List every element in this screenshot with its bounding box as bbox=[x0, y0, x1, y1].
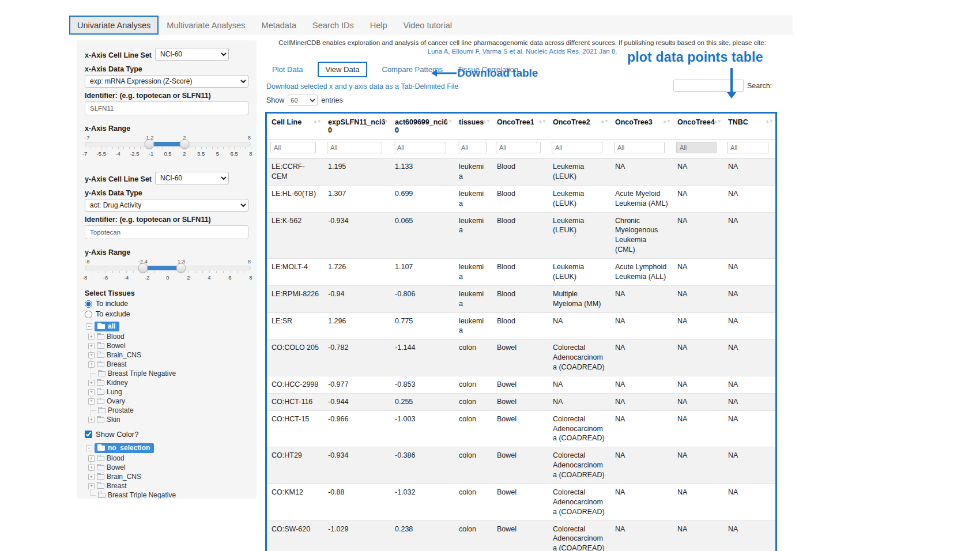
tree-root-all[interactable]: all bbox=[95, 322, 119, 331]
x-axis-identifier-input[interactable] bbox=[85, 101, 248, 115]
tissue-to-exclude-radio[interactable] bbox=[85, 311, 92, 318]
tissue-to-include-radio[interactable] bbox=[85, 300, 92, 308]
tree-expand-icon[interactable]: + bbox=[88, 361, 95, 368]
nav-item-search-ids[interactable]: Search IDs bbox=[304, 16, 362, 35]
filter-input-oncotree2[interactable] bbox=[552, 142, 602, 153]
filter-input-oncotree3[interactable] bbox=[614, 142, 665, 153]
tree-item-breast[interactable]: +Breast bbox=[93, 481, 248, 490]
tab-view-data[interactable]: View Data bbox=[318, 62, 367, 77]
tree-item-brain_cns[interactable]: +Brain_CNS bbox=[93, 472, 248, 481]
sort-icon[interactable]: ▲▼ bbox=[380, 119, 388, 124]
y-axis-identifier-input[interactable] bbox=[85, 225, 248, 239]
sort-icon[interactable]: ▲▼ bbox=[538, 119, 546, 124]
column-header-tnbc[interactable]: TNBC▲▼ bbox=[723, 114, 775, 139]
tree-item-breast-triple-negative[interactable]: Breast Triple Negative bbox=[93, 369, 248, 378]
tree-item-kidney[interactable]: +Kidney bbox=[93, 378, 248, 387]
column-header-act609699_nci60[interactable]: act609699_nci60▲▼ bbox=[390, 114, 454, 139]
filter-input-act609699_nci60[interactable] bbox=[394, 142, 446, 153]
x-axis-range-value-label: 8 bbox=[248, 134, 251, 141]
tree-expand-icon[interactable]: + bbox=[88, 380, 95, 386]
filter-input-oncotree4[interactable] bbox=[676, 142, 717, 153]
x-axis-cell-line-set-select[interactable]: NCI-60 bbox=[155, 48, 229, 61]
tree-expand-icon[interactable]: + bbox=[88, 417, 95, 423]
show-color-checkbox[interactable] bbox=[85, 431, 92, 438]
column-header-tissues[interactable]: tissues▲▼ bbox=[454, 114, 492, 139]
tree-expand-icon[interactable]: + bbox=[88, 483, 95, 489]
tree-root-no_selection[interactable]: no_selection bbox=[95, 443, 154, 453]
tree-item-skin[interactable]: +Skin bbox=[93, 415, 248, 424]
column-header-oncotree2[interactable]: OncoTree2▲▼ bbox=[548, 114, 610, 139]
tree-item-brain_cns[interactable]: +Brain_CNS bbox=[93, 350, 248, 360]
tree-expand-icon[interactable]: + bbox=[88, 455, 95, 462]
tab-plot-data[interactable]: Plot Data bbox=[272, 65, 303, 74]
sort-icon[interactable]: ▲▼ bbox=[313, 119, 321, 124]
y-axis-data-type-select[interactable]: act: Drug Activity bbox=[85, 199, 248, 212]
table-row[interactable]: CO:COLO 205-0.782-1.144colonBowelColorec… bbox=[267, 339, 775, 376]
nav-item-help[interactable]: Help bbox=[362, 16, 395, 35]
tree-item-ovary[interactable]: +Ovary bbox=[93, 397, 248, 406]
filter-input-expslfn11_nci60[interactable] bbox=[327, 142, 382, 153]
tree-expand-icon[interactable]: + bbox=[88, 474, 95, 480]
filter-input-oncotree1[interactable] bbox=[496, 142, 541, 153]
table-row[interactable]: CO:SW-620-1.0290.238colonBowelColorectal… bbox=[267, 520, 775, 551]
table-row[interactable]: LE:HL-60(TB)1.3070.699leukemiaBloodLeuke… bbox=[267, 185, 775, 212]
y-axis-tick-label: 2 bbox=[187, 274, 190, 281]
column-header-oncotree4[interactable]: OncoTree4▲▼ bbox=[673, 114, 723, 139]
y-axis-range-slider[interactable]: -8-2.41.38-8-6-4-202468 bbox=[85, 258, 251, 281]
cell-oncotree3: NA bbox=[610, 410, 673, 447]
table-row[interactable]: LE:SR1.2960.775leukemiaBloodNANANANA bbox=[267, 312, 775, 339]
table-row[interactable]: CO:HCC-2998-0.977-0.853colonBowelNANANAN… bbox=[267, 376, 775, 393]
sort-icon[interactable]: ▲▼ bbox=[600, 119, 608, 124]
column-header-oncotree1[interactable]: OncoTree1▲▼ bbox=[492, 114, 548, 139]
sort-icon[interactable]: ▲▼ bbox=[662, 119, 670, 124]
nav-item-multivariate-analyses[interactable]: Multivariate Analyses bbox=[159, 16, 253, 35]
tree-item-blood[interactable]: +Blood bbox=[93, 454, 248, 463]
tree-expand-icon[interactable]: + bbox=[88, 343, 95, 349]
filter-input-cell line[interactable] bbox=[270, 142, 316, 153]
entries-select[interactable]: 60 bbox=[288, 95, 318, 106]
x-axis-range-slider[interactable]: -7-1.228-7-5.5-4-2.5-10.523.556.58 bbox=[85, 134, 251, 157]
filter-input-tnbc[interactable] bbox=[727, 142, 768, 153]
tree-item-blood[interactable]: +Blood bbox=[93, 332, 248, 341]
cell-oncotree2: Colorectal Adenocarcinoma (COADREAD) bbox=[548, 520, 610, 551]
column-header-oncotree3[interactable]: OncoTree3▲▼ bbox=[610, 114, 673, 139]
cell-oncotree3: Acute Lymphoid Leukemia (ALL) bbox=[610, 259, 673, 286]
tree-item-breast-triple-negative[interactable]: Breast Triple Negative bbox=[93, 490, 248, 499]
sort-icon[interactable]: ▲▼ bbox=[765, 119, 773, 124]
x-axis-slider-track[interactable] bbox=[85, 142, 251, 146]
table-row[interactable]: LE:CCRF-CEM1.1951.133leukemiaBloodLeukem… bbox=[267, 158, 775, 186]
tree-collapse-icon[interactable]: − bbox=[86, 445, 92, 451]
sort-icon[interactable]: ▲▼ bbox=[713, 119, 721, 124]
x-axis-data-type-select[interactable]: exp: mRNA Expression (Z-Score) bbox=[85, 75, 248, 88]
tree-item-breast[interactable]: +Breast bbox=[93, 360, 248, 369]
filter-input-tissues[interactable] bbox=[458, 142, 487, 153]
sort-icon[interactable]: ▲▼ bbox=[444, 119, 452, 124]
table-row[interactable]: LE:K-562-0.9340.065leukemiaBloodLeukemia… bbox=[267, 212, 775, 259]
download-tab-delimited-link[interactable]: Download selected x and y axis data as a… bbox=[265, 82, 458, 90]
tree-expand-icon[interactable]: + bbox=[88, 465, 95, 471]
table-row[interactable]: LE:MOLT-41.7261.107leukemiaBloodLeukemia… bbox=[267, 259, 775, 286]
tree-collapse-icon[interactable]: − bbox=[86, 323, 92, 330]
nav-item-video-tutorial[interactable]: Video tutorial bbox=[395, 16, 460, 35]
tree-item-bowel[interactable]: +Bowel bbox=[93, 463, 248, 472]
tree-expand-icon[interactable]: + bbox=[88, 398, 95, 405]
tree-expand-icon[interactable]: + bbox=[88, 352, 95, 358]
table-row[interactable]: CO:HCT-15-0.966-1.003colonBowelColorecta… bbox=[267, 410, 775, 447]
table-row[interactable]: CO:HT29-0.934-0.386colonBowelColorectal … bbox=[267, 447, 775, 484]
tree-item-prostate[interactable]: Prostate bbox=[93, 406, 248, 415]
sort-icon[interactable]: ▲▼ bbox=[482, 119, 490, 124]
cell-tnbc: NA bbox=[723, 158, 775, 186]
tree-item-lung[interactable]: +Lung bbox=[93, 387, 248, 397]
y-axis-slider-track[interactable] bbox=[85, 266, 251, 270]
table-row[interactable]: LE:RPMI-8226-0.94-0.806leukemiaBloodMult… bbox=[267, 285, 775, 312]
nav-item-univariate-analyses[interactable]: Univariate Analyses bbox=[69, 16, 159, 35]
table-row[interactable]: CO:KM12-0.88-1.032colonBowelColorectal A… bbox=[267, 484, 775, 520]
tree-expand-icon[interactable]: + bbox=[88, 389, 95, 395]
y-axis-cell-line-set-select[interactable]: NCI-60 bbox=[155, 172, 229, 184]
tree-expand-icon[interactable]: + bbox=[88, 334, 95, 340]
column-header-expslfn11_nci60[interactable]: expSLFN11_nci60▲▼ bbox=[323, 114, 390, 139]
column-header-cell line[interactable]: Cell Line▲▼ bbox=[267, 114, 323, 139]
nav-item-metadata[interactable]: Metadata bbox=[254, 16, 304, 35]
table-row[interactable]: CO:HCT-116-0.9440.255colonBowelNANANANA bbox=[267, 393, 775, 410]
tree-item-bowel[interactable]: +Bowel bbox=[93, 341, 248, 350]
